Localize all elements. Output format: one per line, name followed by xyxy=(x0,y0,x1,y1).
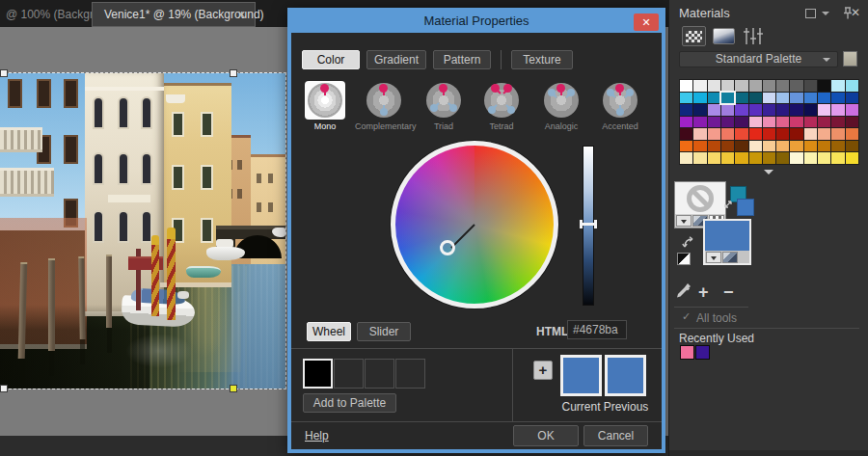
palette-swatch[interactable] xyxy=(790,128,802,140)
palette-swatch[interactable] xyxy=(831,152,844,164)
palette-slot-black[interactable] xyxy=(303,359,333,389)
fg-dropdown-icon[interactable] xyxy=(676,215,692,227)
eyedropper-icon[interactable] xyxy=(676,282,692,300)
palette-swatch[interactable] xyxy=(721,141,734,152)
palette-swatch[interactable] xyxy=(831,104,844,116)
palette-swatch[interactable] xyxy=(846,128,858,140)
palette-swatch[interactable] xyxy=(846,141,858,152)
palette-swatch[interactable] xyxy=(693,141,706,152)
palette-swatch[interactable] xyxy=(790,93,802,104)
palette-swatch[interactable] xyxy=(735,93,747,104)
palette-swatch[interactable] xyxy=(708,104,720,116)
palette-swatch[interactable] xyxy=(749,104,762,116)
palette-swatch[interactable] xyxy=(735,141,747,152)
palette-swatch[interactable] xyxy=(708,117,720,128)
palette-swatch[interactable] xyxy=(831,128,844,140)
palette-swatch[interactable] xyxy=(708,93,720,104)
palette-swatch[interactable] xyxy=(776,152,789,164)
palette-swatch[interactable] xyxy=(721,80,734,92)
palette-swatch[interactable] xyxy=(763,128,775,140)
palette-swatch[interactable] xyxy=(680,141,692,152)
add-color-button[interactable]: + xyxy=(533,361,553,380)
palette-swatch[interactable] xyxy=(763,117,775,128)
palette-swatch[interactable] xyxy=(776,93,789,104)
palette-slot-empty[interactable] xyxy=(395,359,425,389)
recent-color-swatch[interactable] xyxy=(695,345,710,360)
palette-swatch[interactable] xyxy=(693,128,706,140)
palette-swatch[interactable] xyxy=(831,141,844,152)
slider-button[interactable]: Slider xyxy=(357,322,411,341)
palette-swatch[interactable] xyxy=(749,117,762,128)
palette-swatch[interactable] xyxy=(735,104,747,116)
tab-texture[interactable]: Texture xyxy=(511,50,573,69)
palette-swatch[interactable] xyxy=(818,104,830,116)
remove-swatch-button[interactable]: − xyxy=(723,282,734,303)
palette-swatch[interactable] xyxy=(763,80,775,92)
palette-swatch[interactable] xyxy=(721,93,734,104)
palette-swatch[interactable] xyxy=(818,152,830,164)
tab-close-icon[interactable]: ✕ xyxy=(237,3,246,26)
panel-close-icon[interactable]: ✕ xyxy=(851,6,860,19)
palette-swatch[interactable] xyxy=(846,117,858,128)
recent-color-swatch[interactable] xyxy=(680,345,694,360)
palette-swatch[interactable] xyxy=(708,141,720,152)
palette-swatch[interactable] xyxy=(680,93,692,104)
palette-swatch[interactable] xyxy=(846,152,858,164)
background-material-swatch[interactable] xyxy=(703,219,751,265)
black-white-reset-icon[interactable] xyxy=(677,253,691,265)
palette-swatch[interactable] xyxy=(776,128,789,140)
palette-swatch[interactable] xyxy=(790,80,802,92)
tab-color[interactable]: Color xyxy=(302,50,360,69)
palette-swatch[interactable] xyxy=(804,152,817,164)
venice-photo[interactable] xyxy=(0,73,285,389)
add-to-palette-button[interactable]: Add to Palette xyxy=(303,393,396,413)
palette-swatch[interactable] xyxy=(818,80,830,92)
palette-swatch[interactable] xyxy=(693,93,706,104)
palette-swatch[interactable] xyxy=(818,128,830,140)
swap-colors-icon[interactable] xyxy=(723,199,734,209)
palette-swatch[interactable] xyxy=(846,93,858,104)
palette-swatch[interactable] xyxy=(749,141,762,152)
palette-swatch[interactable] xyxy=(721,128,734,140)
harmony-accented[interactable]: Accented xyxy=(591,81,649,131)
sliders-view-button[interactable] xyxy=(743,27,764,45)
palette-swatch[interactable] xyxy=(680,104,692,116)
palette-swatch[interactable] xyxy=(693,117,706,128)
wheel-button[interactable]: Wheel xyxy=(307,322,351,341)
palette-swatch[interactable] xyxy=(680,80,692,92)
harmony-tetrad[interactable]: Tetrad xyxy=(473,81,530,131)
palette-swatch[interactable] xyxy=(735,117,747,128)
palette-swatch[interactable] xyxy=(763,93,775,104)
selection-handle[interactable] xyxy=(230,69,237,77)
palette-swatch[interactable] xyxy=(831,117,844,128)
palette-swatch[interactable] xyxy=(790,141,802,152)
palette-swatch[interactable] xyxy=(693,104,706,116)
palette-swatch[interactable] xyxy=(776,104,789,116)
swap-materials-icon[interactable] xyxy=(682,234,696,250)
palette-swatch[interactable] xyxy=(846,80,858,92)
harmony-complementary[interactable]: Complementary xyxy=(355,81,413,131)
palette-swatch[interactable] xyxy=(818,117,830,128)
palette-dropdown[interactable]: Standard Palette xyxy=(679,51,838,67)
ok-button[interactable]: OK xyxy=(513,425,579,446)
color-wheel[interactable] xyxy=(391,141,558,308)
palette-swatch[interactable] xyxy=(735,80,747,92)
palette-swatch[interactable] xyxy=(763,141,775,152)
palette-swatch[interactable] xyxy=(708,80,720,92)
palette-swatch[interactable] xyxy=(790,117,802,128)
palette-swatch[interactable] xyxy=(804,93,817,104)
palette-swatch[interactable] xyxy=(708,128,720,140)
palette-swatch[interactable] xyxy=(721,152,734,164)
help-link[interactable]: Help xyxy=(305,429,329,443)
harmony-analogic[interactable]: Analogic xyxy=(532,81,590,131)
palette-swatch[interactable] xyxy=(776,80,789,92)
tab-pattern[interactable]: Pattern xyxy=(433,50,491,69)
palette-swatch[interactable] xyxy=(680,117,692,128)
palette-swatch[interactable] xyxy=(763,104,775,116)
document-tab-venice[interactable]: Venice1* @ 19% (Background) ✕ xyxy=(92,2,256,27)
palette-swatch[interactable] xyxy=(721,104,734,116)
palette-swatch[interactable] xyxy=(680,128,692,140)
palette-swatch[interactable] xyxy=(818,141,830,152)
dialog-close-button[interactable]: ✕ xyxy=(634,13,659,31)
palette-grid[interactable] xyxy=(679,79,859,165)
